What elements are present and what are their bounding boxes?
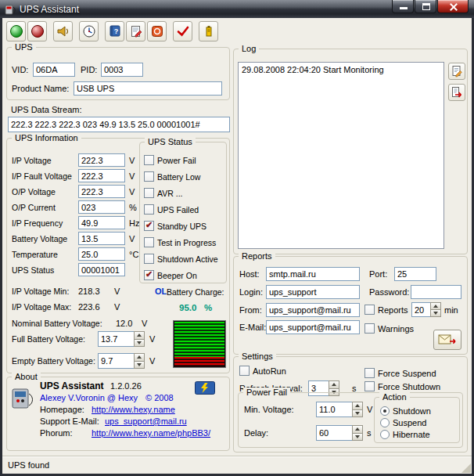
host-input[interactable]: smtp.mail.ru	[266, 267, 360, 281]
log-list[interactable]: 29.08.2008 22:04:20 Start Monitoring	[238, 62, 444, 249]
shutdown-active-checkbox[interactable]	[144, 254, 154, 264]
login-input[interactable]: ups_support	[266, 285, 360, 299]
full-battery-down-button[interactable]	[135, 339, 144, 347]
help-button[interactable]: ?	[105, 21, 124, 41]
empty-battery-up-button[interactable]	[135, 354, 144, 361]
empty-battery-spinner: 9.7	[98, 353, 145, 369]
data-stream-label: UPS Data Stream:	[11, 105, 81, 114]
report-icon	[129, 24, 143, 38]
delay-spinner: 60	[316, 425, 363, 441]
shutdown-radio[interactable]	[380, 406, 390, 416]
disconnect-button[interactable]	[27, 21, 47, 41]
info-row-label: I/P Frequency	[12, 218, 63, 228]
reports-checkbox[interactable]	[364, 305, 375, 315]
autorun-label: AutoRun	[253, 366, 286, 376]
test-button[interactable]	[173, 21, 192, 41]
full-battery-up-button[interactable]	[135, 332, 144, 339]
full-battery-input[interactable]: 13.7	[98, 331, 134, 347]
log-entry: 29.08.2008 22:04:20 Start Monitoring	[242, 65, 440, 74]
report-interval-input[interactable]: 20	[411, 302, 430, 317]
ip-voltage-max-unit: V	[114, 302, 120, 312]
export-log-button[interactable]	[448, 84, 465, 101]
avr-checkbox[interactable]	[144, 188, 154, 198]
send-test-mail-button[interactable]	[433, 330, 461, 350]
svg-text:?: ?	[113, 27, 118, 35]
test-in-progress-checkbox[interactable]	[144, 237, 154, 247]
ups-failed-checkbox[interactable]	[144, 204, 154, 215]
min-voltage-up-button[interactable]	[353, 402, 362, 409]
connect-button[interactable]	[6, 21, 26, 41]
ups-status-input[interactable]: 00001001	[78, 263, 125, 276]
nominal-battery-voltage-value: 12.0	[116, 319, 132, 328]
ip-voltage-input[interactable]: 222.3	[78, 153, 125, 167]
online-indicator: OL	[155, 287, 167, 296]
power-fail-checkbox[interactable]	[144, 155, 154, 165]
minimize-button[interactable]	[392, 0, 414, 13]
support-email-link[interactable]: ups_support@mail.ru	[105, 416, 187, 426]
shutdown-active-label: Shutdown Active	[157, 254, 218, 264]
empty-battery-voltage-unit: V	[149, 356, 155, 366]
ip-frequency-input[interactable]: 49.9	[78, 216, 125, 229]
delay-input[interactable]: 60	[316, 425, 352, 441]
suspend-radio-label: Suspend	[393, 418, 426, 427]
sound-button[interactable]	[53, 21, 73, 41]
delay-down-button[interactable]	[353, 433, 362, 441]
min-voltage-input[interactable]: 11.0	[316, 402, 352, 417]
refresh-up-button[interactable]	[329, 381, 339, 388]
homepage-link[interactable]: http://www.hexy.name	[92, 405, 175, 414]
vid-input[interactable]: 06DA	[33, 63, 75, 77]
donate-badge-icon[interactable]	[195, 381, 215, 396]
data-stream-input[interactable]: 222.3 222.3 222.3 023 49.9 13.5 25.0 000…	[8, 117, 230, 132]
min-voltage-down-button[interactable]	[353, 409, 362, 417]
ups-assistant-icon	[9, 384, 36, 413]
ip-fault-voltage-input[interactable]: 222.3	[78, 169, 125, 182]
schedule-icon	[82, 24, 96, 38]
op-current-input[interactable]: 023	[78, 200, 125, 214]
delay-up-button[interactable]	[353, 426, 362, 433]
standby-ups-checkbox[interactable]	[144, 221, 154, 231]
close-button[interactable]	[437, 0, 469, 13]
ip-voltage-max-label: I/P Voltage Max:	[12, 302, 71, 312]
report-interval-up-button[interactable]	[431, 303, 440, 309]
report-button[interactable]	[126, 21, 145, 41]
beeper-on-checkbox[interactable]	[144, 270, 154, 280]
report-interval-down-button[interactable]	[431, 309, 440, 316]
force-shutdown-checkbox[interactable]	[364, 381, 375, 391]
resize-grip[interactable]	[461, 463, 471, 473]
password-input[interactable]	[411, 285, 461, 299]
stop-button[interactable]	[147, 21, 167, 41]
autorun-checkbox[interactable]	[239, 366, 250, 376]
info-row-unit: Hz	[129, 218, 139, 228]
battery-button[interactable]	[199, 21, 218, 41]
empty-battery-input[interactable]: 9.7	[98, 353, 134, 369]
pid-input[interactable]: 0003	[101, 63, 143, 77]
ip-voltage-max-value: 223.6	[78, 302, 100, 312]
action-suspend: Suspend	[380, 418, 426, 427]
flag-ups-failed: UPS Failed	[144, 204, 199, 215]
info-row-unit: %	[129, 203, 137, 212]
battery-low-checkbox[interactable]	[144, 171, 154, 182]
maximize-button[interactable]	[415, 0, 436, 13]
email-input[interactable]: ups_support@mail.ru	[266, 320, 360, 334]
warnings-check: Warnings	[364, 323, 414, 334]
new-report-button[interactable]	[448, 63, 465, 80]
phorum-link[interactable]: http://www.hexy.name/phpBB3/	[92, 428, 210, 438]
email-label: E-Mail:	[239, 323, 266, 332]
battery-voltage-input[interactable]: 13.5	[78, 232, 125, 245]
suspend-radio[interactable]	[380, 418, 390, 427]
from-input[interactable]: ups_support@mail.ru	[266, 303, 360, 317]
new-page-icon	[451, 65, 463, 78]
hibernate-radio[interactable]	[380, 430, 390, 439]
product-name-input[interactable]: USB UPS	[74, 81, 222, 96]
status-bar: UPS found	[2, 456, 472, 474]
op-voltage-input[interactable]: 222.3	[78, 185, 125, 198]
schedule-button[interactable]	[79, 21, 99, 41]
port-input[interactable]: 25	[394, 267, 436, 281]
force-suspend-checkbox[interactable]	[364, 368, 375, 378]
power-fail-label: Power Fail	[157, 156, 196, 165]
flag-battery-low: Battery Low	[144, 171, 200, 182]
empty-battery-down-button[interactable]	[135, 361, 144, 369]
warnings-checkbox[interactable]	[364, 323, 375, 334]
info-row-unit: V	[129, 234, 135, 243]
temperature-input[interactable]: 25.0	[78, 247, 125, 261]
